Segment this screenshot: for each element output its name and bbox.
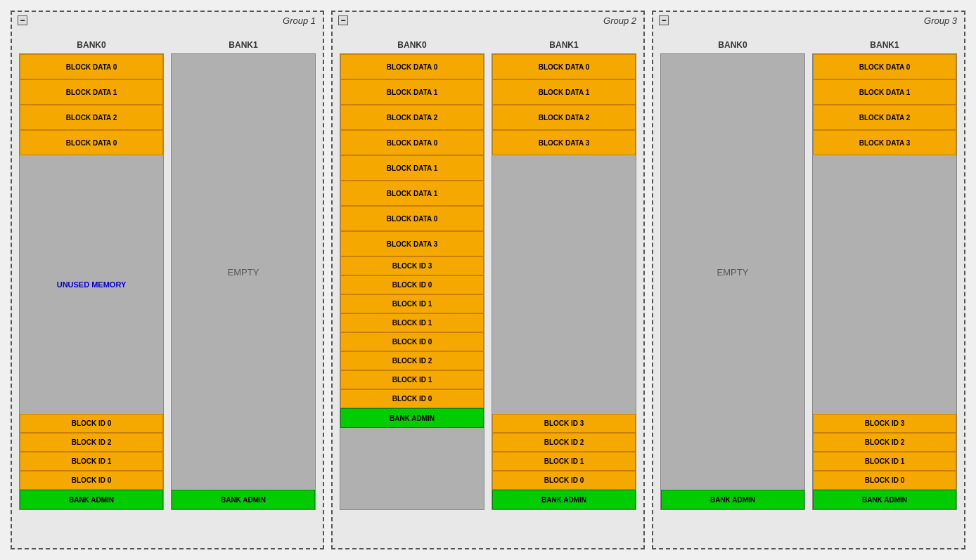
g3-b1-block-data-1: BLOCK DATA 1 bbox=[813, 79, 956, 105]
g3-b1-block-data-2: BLOCK DATA 2 bbox=[813, 105, 956, 130]
group2-title: Group 2 bbox=[603, 15, 636, 26]
g2-block-id-1b: BLOCK ID 1 bbox=[340, 313, 484, 332]
g2-b1-block-id-0: BLOCK ID 0 bbox=[492, 471, 636, 490]
g2-block-id-0a: BLOCK ID 0 bbox=[340, 275, 484, 294]
g2-block-id-2: BLOCK ID 2 bbox=[340, 351, 484, 370]
g2-block-id-3a: BLOCK ID 3 bbox=[340, 256, 484, 275]
g3-b1-block-data-0: BLOCK DATA 0 bbox=[813, 54, 956, 79]
group2-bank0-label: BANK0 bbox=[397, 40, 426, 50]
group1-banks: BANK0 BLOCK DATA 0 BLOCK DATA 1 BLOCK DA… bbox=[19, 40, 316, 541]
g2-block-id-0c: BLOCK ID 0 bbox=[340, 389, 484, 408]
block-data-2: BLOCK DATA 2 bbox=[20, 105, 163, 130]
g3-b1-block-data-3: BLOCK DATA 3 bbox=[813, 130, 956, 155]
g2-block-data-1a: BLOCK DATA 1 bbox=[340, 79, 484, 105]
group3-bank1: BANK1 BLOCK DATA 0 BLOCK DATA 1 BLOCK DA… bbox=[812, 40, 957, 541]
g2-b1-block-id-3: BLOCK ID 3 bbox=[492, 414, 636, 433]
g2-b1-block-id-2: BLOCK ID 2 bbox=[492, 433, 636, 452]
g2-b1-block-data-0: BLOCK DATA 0 bbox=[492, 54, 636, 79]
main-container: − Group 1 bbox=[0, 0, 976, 560]
g2-block-data-0c: BLOCK DATA 0 bbox=[340, 206, 484, 231]
group1-bank1-column: EMPTY BANK ADMIN bbox=[171, 53, 316, 510]
block-id-1: BLOCK ID 1 bbox=[20, 452, 163, 471]
group1-box: − Group 1 bbox=[11, 11, 324, 549]
group1-bank0-label: BANK0 bbox=[77, 40, 105, 50]
group3-box: − Group 3 bbox=[652, 11, 965, 549]
g3-b1-block-id-1: BLOCK ID 1 bbox=[813, 452, 956, 471]
group1-minimize[interactable]: − bbox=[18, 15, 27, 25]
block-id-0a: BLOCK ID 0 bbox=[20, 414, 163, 433]
group1-title: Group 1 bbox=[283, 15, 316, 26]
group2-bank1-column: BLOCK DATA 0 BLOCK DATA 1 BLOCK DATA 2 B… bbox=[492, 53, 636, 510]
g2-block-data-3: BLOCK DATA 3 bbox=[340, 231, 484, 256]
bank-admin-1: BANK ADMIN bbox=[172, 490, 315, 509]
g2-bank-admin-0: BANK ADMIN bbox=[340, 408, 484, 428]
group1-bank0-column: BLOCK DATA 0 BLOCK DATA 1 BLOCK DATA 2 B… bbox=[19, 53, 164, 510]
g2-block-data-1b: BLOCK DATA 1 bbox=[340, 155, 484, 181]
block-data-0: BLOCK DATA 0 bbox=[20, 54, 163, 79]
block-data-0b: BLOCK DATA 0 bbox=[20, 130, 163, 155]
group2-minimize[interactable]: − bbox=[338, 15, 348, 25]
group1-bank0: BANK0 BLOCK DATA 0 BLOCK DATA 1 BLOCK DA… bbox=[19, 40, 164, 541]
g3-bank-admin-0: BANK ADMIN bbox=[661, 490, 804, 509]
group3-bank1-label: BANK1 bbox=[870, 40, 899, 50]
bank-admin-0: BANK ADMIN bbox=[20, 490, 163, 509]
g2-bank-admin-1: BANK ADMIN bbox=[492, 490, 636, 509]
g2-b1-block-data-2: BLOCK DATA 2 bbox=[492, 105, 636, 130]
block-id-0b: BLOCK ID 0 bbox=[20, 471, 163, 490]
group2-bank1: BANK1 BLOCK DATA 0 BLOCK DATA 1 BLOCK DA… bbox=[492, 40, 636, 541]
group3-minimize[interactable]: − bbox=[659, 15, 669, 25]
group1-bank1: BANK1 EMPTY BANK ADMIN bbox=[171, 40, 316, 541]
group3-title: Group 3 bbox=[924, 15, 957, 26]
block-data-1: BLOCK DATA 1 bbox=[20, 79, 163, 105]
group3-bank0-column: EMPTY BANK ADMIN bbox=[660, 53, 805, 510]
group2-bank1-label: BANK1 bbox=[549, 40, 578, 50]
g2-b1-block-data-1: BLOCK DATA 1 bbox=[492, 79, 636, 105]
g3-bank-admin-1: BANK ADMIN bbox=[813, 490, 956, 509]
g2-block-id-1a: BLOCK ID 1 bbox=[340, 294, 484, 313]
g2-block-id-1c: BLOCK ID 1 bbox=[340, 370, 484, 389]
g2-block-data-2: BLOCK DATA 2 bbox=[340, 105, 484, 130]
group3-bank0: BANK0 EMPTY BANK ADMIN bbox=[660, 40, 805, 541]
group2-bank0-column: BLOCK DATA 0 BLOCK DATA 1 BLOCK DATA 2 B… bbox=[340, 53, 484, 510]
empty-block-1: EMPTY bbox=[172, 54, 315, 490]
g3-b1-block-id-0: BLOCK ID 0 bbox=[813, 471, 956, 490]
g2-block-data-0b: BLOCK DATA 0 bbox=[340, 130, 484, 155]
g2-block-data-1c: BLOCK DATA 1 bbox=[340, 181, 484, 206]
group1-bank1-label: BANK1 bbox=[229, 40, 257, 50]
group2-box: − Group 2 bbox=[331, 11, 645, 549]
g2-b1-block-id-1: BLOCK ID 1 bbox=[492, 452, 636, 471]
g2-block-data-0a: BLOCK DATA 0 bbox=[340, 54, 484, 79]
group3-bank1-column: BLOCK DATA 0 BLOCK DATA 1 BLOCK DATA 2 B… bbox=[812, 53, 957, 510]
g3-empty-block: EMPTY bbox=[661, 54, 804, 490]
group2-banks: BANK0 BLOCK DATA 0 BLOCK DATA 1 BLOCK DA… bbox=[340, 40, 636, 541]
block-id-2: BLOCK ID 2 bbox=[20, 433, 163, 452]
group3-bank0-label: BANK0 bbox=[718, 40, 747, 50]
g2-block-id-0b: BLOCK ID 0 bbox=[340, 332, 484, 351]
g3-b1-block-id-2: BLOCK ID 2 bbox=[813, 433, 956, 452]
group2-bank0: BANK0 BLOCK DATA 0 BLOCK DATA 1 BLOCK DA… bbox=[340, 40, 484, 541]
g3-b1-block-id-3: BLOCK ID 3 bbox=[813, 414, 956, 433]
g2-b1-block-data-3: BLOCK DATA 3 bbox=[492, 130, 636, 155]
group3-banks: BANK0 EMPTY BANK ADMIN BANK1 BLOCK DATA … bbox=[660, 40, 957, 541]
unused-memory: UNUSED MEMORY bbox=[20, 155, 163, 414]
